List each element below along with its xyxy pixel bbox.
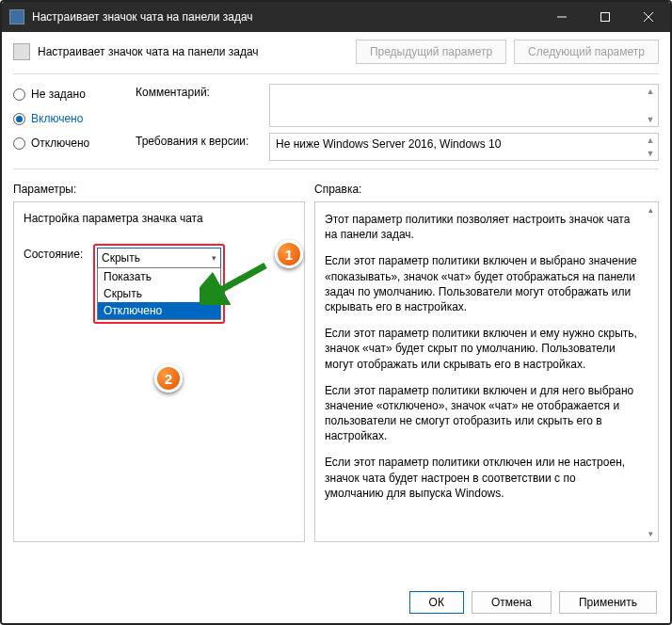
help-paragraph: Если этот параметр политики включен и ем…: [325, 326, 637, 372]
prev-setting-button[interactable]: Предыдущий параметр: [356, 40, 506, 64]
svg-rect-1: [601, 13, 610, 22]
version-label: Требования к версии:: [136, 133, 258, 148]
annotation-arrow: [200, 258, 275, 305]
policy-title: Настраивает значок чата на панели задач: [38, 45, 348, 58]
radio-icon: [13, 137, 25, 150]
maximize-button[interactable]: [584, 2, 627, 32]
radio-icon: [13, 88, 25, 101]
dialog-footer: ОК Отмена Применить: [2, 582, 670, 623]
divider: [13, 168, 659, 169]
radio-label: Не задано: [31, 88, 86, 101]
version-text: Не ниже Windows Server 2016, Windows 10: [276, 137, 501, 151]
comment-textarea[interactable]: ▲▼: [269, 84, 659, 127]
annotation-badge-2: 2: [154, 364, 183, 393]
params-section-label: Параметры:: [13, 183, 305, 196]
next-setting-button[interactable]: Следующий параметр: [514, 40, 659, 64]
help-section-label: Справка:: [314, 183, 659, 196]
scrollbar[interactable]: ▴▾: [643, 202, 658, 541]
radio-enabled[interactable]: Включено: [13, 112, 117, 125]
radio-label: Включено: [31, 112, 83, 125]
state-radio-group: Не задано Включено Отключено: [13, 84, 117, 167]
subheader: Настраивает значок чата на панели задач …: [2, 32, 670, 72]
help-paragraph: Этот параметр политики позволяет настрои…: [325, 212, 637, 242]
apply-button[interactable]: Применить: [559, 591, 657, 614]
version-box: Не ниже Windows Server 2016, Windows 10 …: [269, 133, 659, 161]
scrollbar[interactable]: ▲▼: [643, 85, 658, 126]
window-titlebar: Настраивает значок чата на панели задач: [2, 2, 670, 32]
policy-icon: [13, 43, 30, 60]
help-paragraph: Если этот параметр политики включен и дл…: [325, 383, 637, 444]
annotation-badge-1: 1: [275, 240, 303, 268]
scrollbar[interactable]: ▲▼: [643, 134, 658, 160]
param-title: Настройка параметра значка чата: [24, 212, 295, 225]
radio-label: Отключено: [31, 136, 89, 150]
help-panel: Этот параметр политики позволяет настрои…: [314, 201, 659, 542]
minimize-button[interactable]: [540, 2, 584, 32]
radio-icon: [13, 113, 25, 125]
radio-not-set[interactable]: Не задано: [13, 88, 117, 101]
divider: [13, 73, 659, 74]
svg-line-4: [211, 265, 265, 296]
ok-button[interactable]: ОК: [409, 591, 464, 614]
comment-label: Комментарий:: [136, 84, 258, 99]
combo-selected: Скрыть: [102, 251, 140, 264]
window-title: Настраивает значок чата на панели задач: [32, 10, 540, 24]
cancel-button[interactable]: Отмена: [472, 591, 552, 614]
radio-disabled[interactable]: Отключено: [13, 136, 117, 150]
help-paragraph: Если этот параметр политики отключен или…: [325, 455, 637, 501]
app-icon: [9, 9, 24, 24]
state-label: Состояние:: [24, 244, 88, 261]
help-paragraph: Если этот параметр политики включен и вы…: [325, 253, 637, 314]
close-button[interactable]: [627, 2, 670, 32]
